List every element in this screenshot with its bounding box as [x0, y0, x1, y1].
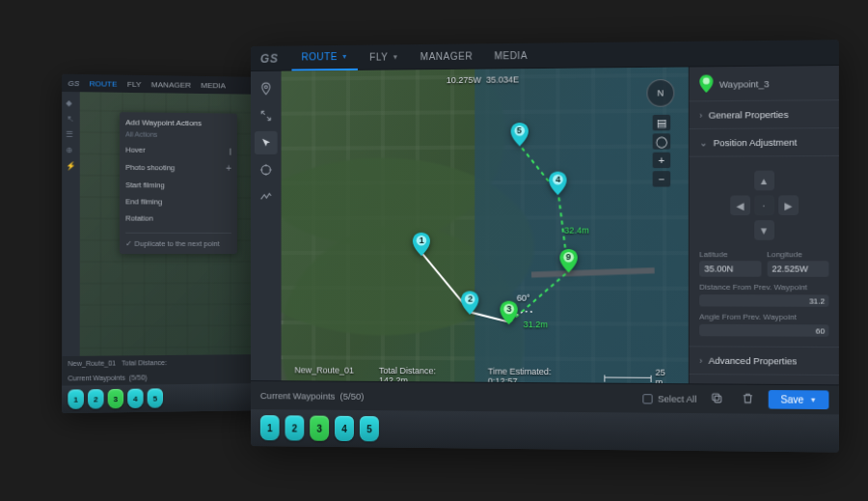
general-properties-toggle[interactable]: General Properties: [690, 100, 839, 129]
action-hover[interactable]: Hover|: [125, 142, 231, 159]
waypoint-pin-4[interactable]: 9: [559, 249, 577, 272]
waypoint-pin-6[interactable]: 5: [510, 123, 528, 146]
properties-panel: Waypoint_3 General Properties Position A…: [689, 66, 839, 395]
waypoint-chip-1[interactable]: 1: [260, 415, 280, 440]
back-window: GS ROUTE FLY MANAGER MEDIA ◆⭶☰⊕⚡ Add Way…: [62, 74, 268, 413]
waypoint-chip-3[interactable]: 3: [310, 416, 329, 441]
tab-route[interactable]: ROUTE▼: [292, 44, 358, 70]
dpad-left[interactable]: ◀: [730, 195, 750, 215]
waypoint-pin-3[interactable]: 3: [501, 300, 518, 323]
angle-prev-label: Angle From Prev. Waypoint: [699, 313, 828, 322]
svg-point-1: [261, 165, 270, 174]
copy-button[interactable]: [707, 390, 728, 409]
zoom-controls: ▤ ◯ + −: [653, 115, 671, 187]
position-dpad: ▲ ▼ ◀ ▶ ·: [723, 171, 803, 240]
footer: Current Waypoints (5/50) Select All Save…: [251, 380, 839, 453]
zoom-globe-button[interactable]: ◯: [653, 133, 671, 149]
waypoint-pin-5[interactable]: 4: [550, 171, 567, 194]
dpad-right[interactable]: ▶: [778, 195, 799, 215]
advanced-properties-toggle[interactable]: Advanced Properties: [690, 347, 839, 376]
angle-prev-slider[interactable]: 60: [699, 324, 828, 337]
back-logo: GS: [68, 78, 79, 87]
action-photo[interactable]: Photo shooting+: [125, 158, 231, 178]
dist-prev-label: Distance From Prev. Waypoint: [699, 283, 828, 292]
dpad-center[interactable]: ·: [754, 195, 774, 215]
segment-distance-2: 31.2m: [524, 320, 548, 329]
dpad-up[interactable]: ▲: [754, 171, 774, 191]
waypoint-chip-2[interactable]: 2: [285, 415, 305, 440]
chevron-down-icon: ▼: [392, 53, 398, 60]
compass-icon[interactable]: N: [646, 79, 674, 107]
waypoint-chipbar: 1 2 3 4 5: [251, 409, 839, 453]
zoom-in-button[interactable]: +: [653, 153, 671, 168]
nav-tabs: ROUTE▼ FLY▼ MANAGER MEDIA: [292, 42, 537, 70]
duplicate-checkbox[interactable]: Duplicate to the next point: [125, 233, 231, 248]
zoom-out-button[interactable]: −: [653, 171, 671, 186]
tool-target[interactable]: [255, 158, 278, 181]
position-adjustment-toggle[interactable]: Position Adjustment: [690, 128, 839, 157]
main-window: GS ROUTE▼ FLY▼ MANAGER MEDIA: [251, 40, 839, 452]
action-start-filming[interactable]: Start filming: [125, 177, 231, 194]
tool-zigzag[interactable]: [255, 185, 278, 209]
waypoints-count: Current Waypoints (5/50): [260, 390, 364, 402]
delete-button[interactable]: [738, 390, 759, 409]
svg-rect-10: [713, 394, 719, 401]
tab-fly[interactable]: FLY▼: [360, 44, 409, 70]
select-all-checkbox[interactable]: Select All: [643, 393, 697, 404]
chevron-down-icon: ▼: [810, 397, 817, 404]
save-button[interactable]: Save▼: [769, 390, 828, 409]
waypoint-pin-1[interactable]: 1: [413, 233, 430, 256]
longitude-field[interactable]: 22.525W: [767, 261, 828, 277]
back-nav: ROUTE FLY MANAGER MEDIA: [86, 79, 230, 90]
latitude-label: Latitude: [699, 250, 761, 259]
segment-distance-1: 32.4m: [564, 226, 589, 236]
tool-rail: [251, 71, 282, 391]
dpad-down[interactable]: ▼: [754, 220, 774, 240]
chevron-down-icon: ▼: [341, 53, 348, 60]
tool-waypoint-drop[interactable]: [255, 77, 278, 100]
svg-point-8: [703, 77, 710, 84]
popup-subtitle-all: All Actions: [125, 130, 231, 138]
map-viewport[interactable]: 10.275W 35.034E N ▤ ◯ + − 32.4m 31.2m 60…: [282, 68, 689, 394]
tool-expand[interactable]: [255, 104, 278, 127]
back-waypoint-chips: 1 2 3 4 5: [62, 383, 268, 413]
popup-title: Add Waypoint Actions: [125, 118, 231, 127]
dist-prev-slider[interactable]: 31.2: [699, 294, 828, 307]
tab-manager[interactable]: MANAGER: [411, 43, 483, 70]
app-logo: GS: [260, 51, 279, 65]
longitude-label: Longitude: [767, 250, 828, 259]
waypoint-actions-popup: Add Waypoint Actions All Actions Hover| …: [120, 112, 237, 254]
waypoint-chip-4[interactable]: 4: [335, 416, 354, 441]
coordinate-readout: 10.275W 35.034E: [447, 74, 519, 85]
waypoint-pin-2[interactable]: 2: [462, 291, 479, 314]
back-tool-rail: ◆⭶☰⊕⚡: [62, 92, 80, 369]
latitude-field[interactable]: 35.00N: [699, 261, 761, 276]
action-rotation[interactable]: Rotation: [125, 209, 231, 226]
satellite-layer: [282, 68, 689, 394]
waypoint-icon: [699, 74, 713, 93]
waypoint-chip-5[interactable]: 5: [360, 416, 379, 441]
selected-waypoint-name: Waypoint_3: [719, 78, 770, 90]
segment-angle: 60°: [517, 293, 530, 303]
action-end-filming[interactable]: End filming: [125, 193, 231, 210]
svg-rect-9: [715, 396, 721, 403]
plus-icon[interactable]: +: [226, 163, 231, 174]
checkbox-icon: [643, 394, 653, 404]
zoom-layers-button[interactable]: ▤: [653, 115, 671, 130]
svg-point-0: [264, 86, 267, 89]
tool-pointer[interactable]: [255, 131, 278, 154]
tab-media[interactable]: MEDIA: [484, 42, 537, 69]
selected-waypoint-header: Waypoint_3: [690, 66, 839, 101]
